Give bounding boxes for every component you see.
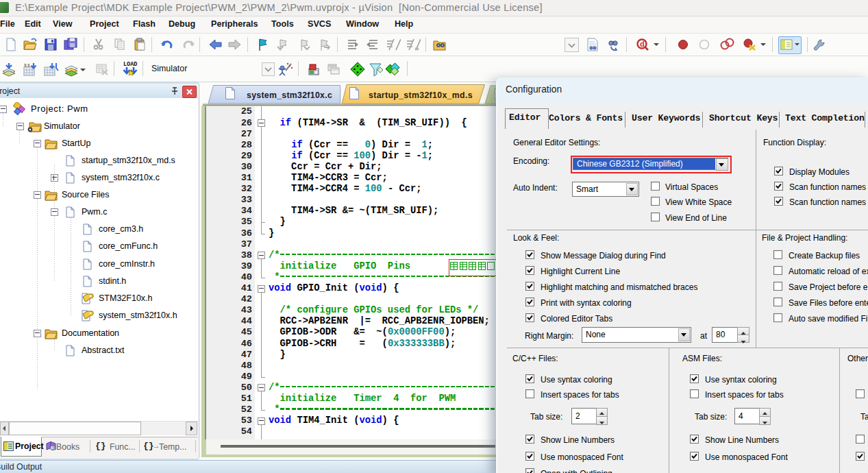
svg-text:1:1: 1:1 xyxy=(24,63,30,67)
svg-text:d: d xyxy=(640,40,645,48)
svg-text:system_stm32f10x.c: system_stm32f10x.c xyxy=(247,90,332,100)
svg-text:LOAD: LOAD xyxy=(123,61,137,68)
svg-text:startup_stm32f10x_md.s: startup_stm32f10x_md.s xyxy=(369,90,473,100)
svg-text:?: ? xyxy=(51,446,54,450)
